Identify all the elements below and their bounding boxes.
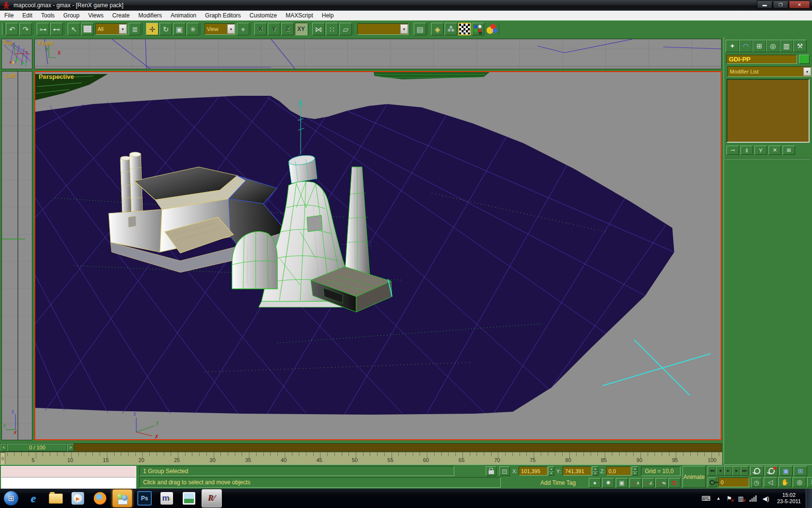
track-view-icon[interactable]: ▤ xyxy=(414,23,426,35)
show-desktop-button[interactable] xyxy=(806,489,812,508)
restrict-xy-plane-icon[interactable]: XY xyxy=(295,23,307,35)
schematic-view-icon[interactable]: ◈ xyxy=(431,23,444,35)
rectangular-selection-region-icon[interactable] xyxy=(81,23,94,35)
viewport-front[interactable]: Front Y X xyxy=(34,39,722,69)
animate-button[interactable]: Animate xyxy=(682,466,706,488)
firefox-icon[interactable] xyxy=(90,490,110,507)
action-center-flag-icon[interactable]: ⚑✕ xyxy=(726,495,732,502)
select-and-rotate-icon[interactable]: ↻ xyxy=(160,23,172,35)
modifier-list-dropdown[interactable]: Modifier List ▼ xyxy=(727,66,812,77)
pan-icon[interactable]: ✋ xyxy=(778,477,792,487)
angle-snap-icon[interactable]: ∩∠ xyxy=(642,478,654,488)
next-frame-button[interactable]: |▶ xyxy=(732,466,740,476)
hierarchy-tab[interactable]: ⊞ xyxy=(753,40,766,52)
dropdown-arrow-icon[interactable]: ▼ xyxy=(119,24,127,34)
menu-edit[interactable]: Edit xyxy=(18,11,37,20)
image-viewer-icon[interactable] xyxy=(179,490,199,507)
network-status-icon[interactable]: ▥✕ xyxy=(738,495,744,502)
show-hidden-icons-chevron[interactable]: ▲ xyxy=(716,496,721,501)
macro-recorder-line[interactable] xyxy=(1,466,136,478)
unlink-selection-icon[interactable]: ⊷ xyxy=(50,23,63,35)
mirror-icon[interactable]: ⋈ xyxy=(312,23,325,35)
modifier-stack-list[interactable] xyxy=(726,79,810,143)
zoom-icon[interactable] xyxy=(750,466,764,476)
taskbar-clock[interactable]: 15:02 23-5-2011 xyxy=(777,492,801,505)
z-coordinate-field[interactable]: 0,0 xyxy=(606,466,631,476)
display-tab[interactable]: ▥ xyxy=(780,40,793,52)
time-slider-handle[interactable]: 0 / 100 xyxy=(7,444,67,451)
viewport-perspective[interactable]: Perspective xyxy=(34,71,722,440)
restrict-y-icon[interactable]: Y xyxy=(268,23,280,35)
y-spinner[interactable]: ▲▼ xyxy=(592,466,598,476)
selection-filter-dropdown[interactable]: All▼ xyxy=(95,23,127,35)
photoshop-icon[interactable]: Ps xyxy=(135,490,154,507)
pin-stack-icon[interactable]: ⊸ xyxy=(726,146,739,155)
material-id-icon[interactable]: ID xyxy=(472,23,484,35)
viewport-left[interactable]: Left z y ✗ xyxy=(1,71,32,440)
previous-frame-button[interactable]: ◀| xyxy=(716,466,724,476)
signal-strength-icon[interactable] xyxy=(750,495,757,502)
internet-explorer-icon[interactable]: e xyxy=(24,490,43,507)
start-button[interactable]: ⊞ xyxy=(1,490,21,507)
menu-create[interactable]: Create xyxy=(108,11,134,20)
current-frame-field[interactable]: 0 xyxy=(718,478,749,487)
y-coordinate-field[interactable]: 741,391 xyxy=(563,466,592,476)
snaps-toggle-icon[interactable]: ∩3 xyxy=(629,478,641,488)
utilities-tab[interactable]: ⚒ xyxy=(793,40,807,52)
menu-maxscript[interactable]: MAXScript xyxy=(281,11,318,20)
time-configuration-button[interactable]: ◷ xyxy=(751,478,762,487)
select-by-name-icon[interactable]: ≣ xyxy=(129,23,141,35)
restrict-x-icon[interactable]: X xyxy=(254,23,267,35)
menu-graph-editors[interactable]: Graph Editors xyxy=(201,11,245,20)
undo-icon[interactable]: ↶ xyxy=(6,23,18,35)
track-bar[interactable]: 0 51015202530354045505560657075808590951… xyxy=(0,452,722,465)
dropdown-arrow-icon[interactable]: ▼ xyxy=(227,24,235,34)
close-button[interactable]: ✕ xyxy=(789,0,810,9)
select-and-move-icon[interactable]: ✛ xyxy=(146,23,159,35)
renx-gmax-icon[interactable]: R⁄ xyxy=(202,489,222,508)
sphere-icon[interactable]: ● xyxy=(589,478,601,488)
select-and-manipulate-icon[interactable]: ✳ xyxy=(187,23,199,35)
mirc-icon[interactable]: m● xyxy=(157,490,176,507)
object-color-swatch[interactable] xyxy=(799,55,810,64)
uvw-checker-icon[interactable] xyxy=(458,23,471,35)
restrict-z-icon[interactable]: Z xyxy=(281,23,294,35)
motion-tab[interactable]: ◎ xyxy=(766,40,780,52)
make-unique-icon[interactable]: Y xyxy=(754,146,767,155)
zoom-extents-all-icon[interactable]: ⊞ xyxy=(794,466,807,476)
cube-icon[interactable]: ▣ xyxy=(616,478,628,488)
menu-file[interactable]: File xyxy=(0,11,18,20)
render-icon[interactable] xyxy=(485,23,498,35)
menu-group[interactable]: Group xyxy=(59,11,84,20)
maximize-button[interactable]: ❐ xyxy=(773,0,788,9)
go-to-start-button[interactable]: |◀◀ xyxy=(708,466,716,476)
previous-frame-arrow[interactable]: < xyxy=(0,444,7,451)
configure-modifier-sets-icon[interactable]: ⊞ xyxy=(783,146,795,155)
percent-snap-icon[interactable]: ∩% xyxy=(655,478,667,488)
key-mode-toggle[interactable] xyxy=(708,478,716,487)
viewport-top[interactable]: Top y x xyxy=(1,39,32,69)
minimize-button[interactable]: ▬ xyxy=(757,0,772,9)
material-navigator-icon[interactable]: ⁂ xyxy=(445,23,457,35)
named-selection-sets-dropdown[interactable]: ▼ xyxy=(357,23,408,35)
reference-coordinate-dropdown[interactable]: View▼ xyxy=(204,23,235,35)
show-end-result-icon[interactable]: ‖ xyxy=(740,146,753,155)
use-pivot-center-icon[interactable]: ⌖ xyxy=(237,23,249,35)
zoom-all-icon[interactable] xyxy=(765,466,778,476)
zoom-extents-icon[interactable]: ▣ xyxy=(779,466,793,476)
toolbar-grip[interactable] xyxy=(2,23,4,35)
burst-icon[interactable]: ✹ xyxy=(602,478,614,488)
time-slider[interactable]: < 0 / 100 > xyxy=(0,443,722,452)
spinner-snap-icon[interactable]: ⇅ xyxy=(668,478,681,488)
media-player-icon[interactable]: ▶ xyxy=(68,490,87,507)
arc-rotate-icon[interactable]: ◎ xyxy=(793,477,806,487)
windows-explorer-icon[interactable] xyxy=(46,490,65,507)
x-spinner[interactable]: ▲▼ xyxy=(548,466,554,476)
remove-modifier-icon[interactable]: ✕ xyxy=(768,146,781,155)
next-frame-arrow[interactable]: > xyxy=(67,444,74,451)
select-and-link-icon[interactable]: ⊶ xyxy=(37,23,49,35)
menu-customize[interactable]: Customize xyxy=(245,11,281,20)
array-icon[interactable]: ∷ xyxy=(326,23,338,35)
object-name-field[interactable]: GDI-PP xyxy=(726,55,797,64)
dropdown-arrow-icon[interactable]: ▼ xyxy=(803,67,811,76)
